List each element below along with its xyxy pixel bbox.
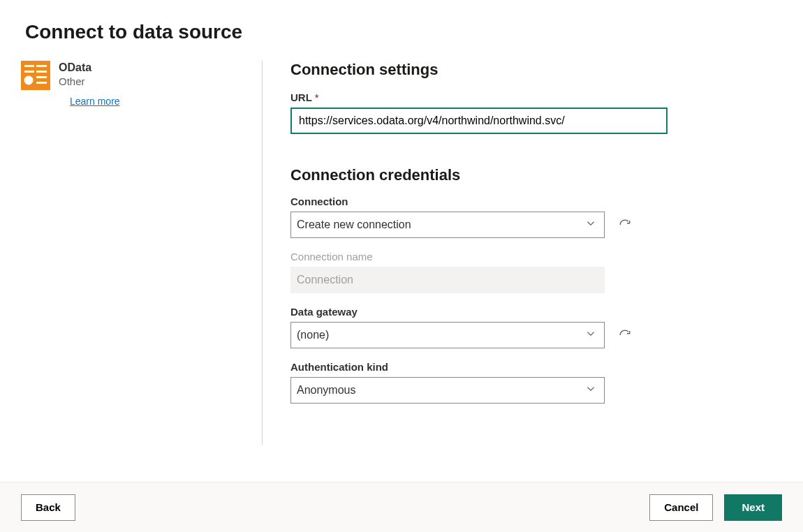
connection-name-input: Connection [290,267,605,293]
svg-rect-3 [36,76,47,78]
back-button[interactable]: Back [21,494,75,521]
page-title: Connect to data source [25,21,778,43]
svg-rect-4 [36,82,47,84]
cancel-button[interactable]: Cancel [649,494,713,521]
connection-credentials-heading: Connection credentials [290,166,778,184]
auth-label: Authentication kind [290,361,778,373]
connection-select-value: Create new connection [297,219,411,231]
next-button[interactable]: Next [724,494,782,521]
connection-select[interactable]: Create new connection [290,212,605,238]
learn-more-link[interactable]: Learn more [70,96,120,107]
connection-name-label: Connection name [290,251,778,263]
odata-connector-icon [21,61,50,90]
refresh-connection-icon[interactable] [617,217,633,232]
url-input[interactable] [290,108,668,134]
connection-settings-heading: Connection settings [290,61,778,79]
connector-card: OData Other Learn more [21,61,255,108]
required-asterisk: * [315,91,319,103]
refresh-gateway-icon[interactable] [617,327,633,343]
url-label-text: URL [290,91,312,103]
gateway-select-value: (none) [297,329,329,341]
auth-select-value: Anonymous [297,384,356,397]
auth-select[interactable]: Anonymous [290,377,605,404]
url-label: URL * [290,91,778,103]
footer: Back Cancel Next [0,482,803,532]
connection-label: Connection [290,195,778,207]
connector-name: OData [59,61,120,74]
svg-rect-5 [34,65,36,84]
chevron-down-icon [584,327,597,343]
chevron-down-icon [584,217,597,232]
sidebar: OData Other Learn more [21,61,262,445]
gateway-label: Data gateway [290,306,778,318]
connection-name-placeholder: Connection [297,274,353,286]
svg-point-6 [24,76,34,85]
gateway-select[interactable]: (none) [290,322,605,348]
chevron-down-icon [584,383,597,398]
connector-category: Other [59,75,120,87]
